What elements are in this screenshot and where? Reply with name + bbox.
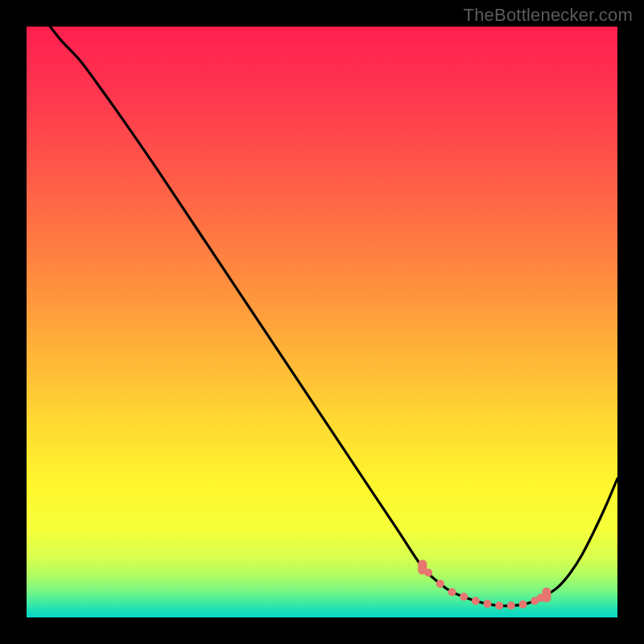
chart-svg [27,27,617,617]
optimal-marker [507,601,515,609]
optimal-marker [448,588,456,596]
attribution-text: TheBottlenecker.com [464,5,633,26]
optimal-marker [460,592,468,601]
optimal-marker [495,601,503,609]
plot-area [27,27,617,617]
optimal-marker [519,601,527,609]
optimal-marker [436,580,444,588]
chart-frame: TheBottlenecker.com [0,0,644,644]
optimal-marker [472,597,480,605]
optimal-marker [424,568,432,576]
optimal-marker [484,600,492,608]
gradient-background [27,27,617,617]
optimal-marker [542,588,551,602]
